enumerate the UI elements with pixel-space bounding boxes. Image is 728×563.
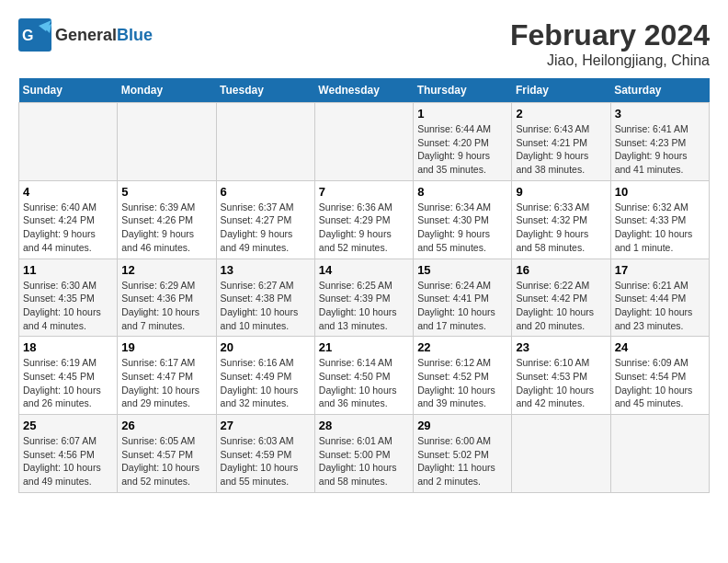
day-info: Sunrise: 6:07 AM Sunset: 4:56 PM Dayligh… [23,434,113,488]
day-info: Sunrise: 6:12 AM Sunset: 4:52 PM Dayligh… [417,356,507,410]
day-info: Sunrise: 6:30 AM Sunset: 4:35 PM Dayligh… [23,279,113,333]
calendar-week-row: 4Sunrise: 6:40 AM Sunset: 4:24 PM Daylig… [19,180,710,259]
day-info: Sunrise: 6:21 AM Sunset: 4:44 PM Dayligh… [615,279,705,333]
calendar-week-row: 11Sunrise: 6:30 AM Sunset: 4:35 PM Dayli… [19,259,710,337]
calendar-day-10: 10Sunrise: 6:32 AM Sunset: 4:33 PM Dayli… [610,180,709,259]
page-header: G GeneralBlue February 2024 Jiao, Heilon… [18,18,710,69]
day-number: 23 [516,340,606,354]
day-number: 5 [121,185,211,199]
day-info: Sunrise: 6:41 AM Sunset: 4:23 PM Dayligh… [615,122,705,177]
calendar-day-17: 17Sunrise: 6:21 AM Sunset: 4:44 PM Dayli… [610,259,709,337]
day-info: Sunrise: 6:39 AM Sunset: 4:26 PM Dayligh… [121,201,211,255]
day-info: Sunrise: 6:29 AM Sunset: 4:36 PM Dayligh… [121,279,211,333]
empty-cell [19,103,118,181]
calendar-body: 1Sunrise: 6:44 AM Sunset: 4:20 PM Daylig… [19,103,710,493]
day-header-monday: Monday [118,78,216,103]
calendar-day-28: 28Sunrise: 6:01 AM Sunset: 5:00 PM Dayli… [314,415,413,493]
calendar-day-14: 14Sunrise: 6:25 AM Sunset: 4:39 PM Dayli… [314,259,413,337]
day-info: Sunrise: 6:09 AM Sunset: 4:54 PM Dayligh… [615,356,705,410]
day-info: Sunrise: 6:03 AM Sunset: 4:59 PM Dayligh… [221,434,311,488]
day-number: 20 [221,340,311,354]
day-number: 25 [23,419,113,432]
empty-cell [610,415,709,493]
calendar-day-3: 3Sunrise: 6:41 AM Sunset: 4:23 PM Daylig… [610,103,709,181]
empty-cell [118,103,216,181]
day-info: Sunrise: 6:33 AM Sunset: 4:32 PM Dayligh… [516,201,606,255]
calendar-day-23: 23Sunrise: 6:10 AM Sunset: 4:53 PM Dayli… [512,337,610,415]
day-number: 10 [615,185,705,199]
day-info: Sunrise: 6:25 AM Sunset: 4:39 PM Dayligh… [319,279,409,333]
empty-cell [512,415,610,493]
day-number: 1 [417,107,507,121]
calendar-day-13: 13Sunrise: 6:27 AM Sunset: 4:38 PM Dayli… [216,259,314,337]
day-number: 17 [615,263,705,277]
calendar-day-27: 27Sunrise: 6:03 AM Sunset: 4:59 PM Dayli… [216,415,314,493]
calendar-week-row: 25Sunrise: 6:07 AM Sunset: 4:56 PM Dayli… [19,415,710,493]
day-header-tuesday: Tuesday [216,78,314,103]
logo-general-text: General [55,26,117,44]
day-number: 4 [23,185,113,199]
day-info: Sunrise: 6:01 AM Sunset: 5:00 PM Dayligh… [319,434,409,488]
calendar-day-22: 22Sunrise: 6:12 AM Sunset: 4:52 PM Dayli… [414,337,512,415]
day-number: 24 [615,340,705,354]
day-info: Sunrise: 6:10 AM Sunset: 4:53 PM Dayligh… [516,356,606,410]
day-header-sunday: Sunday [19,78,118,103]
calendar-day-12: 12Sunrise: 6:29 AM Sunset: 4:36 PM Dayli… [118,259,216,337]
day-number: 2 [516,107,606,121]
logo-icon: G [18,18,51,52]
day-info: Sunrise: 6:19 AM Sunset: 4:45 PM Dayligh… [23,356,113,410]
day-header-saturday: Saturday [610,78,709,103]
calendar-day-8: 8Sunrise: 6:34 AM Sunset: 4:30 PM Daylig… [414,180,512,259]
calendar-day-7: 7Sunrise: 6:36 AM Sunset: 4:29 PM Daylig… [314,180,413,259]
calendar-day-15: 15Sunrise: 6:24 AM Sunset: 4:41 PM Dayli… [414,259,512,337]
day-number: 13 [221,263,311,277]
day-number: 21 [319,340,409,354]
page-subtitle: Jiao, Heilongjiang, China [510,52,710,69]
day-header-thursday: Thursday [414,78,512,103]
day-number: 28 [319,419,409,432]
calendar-table: SundayMondayTuesdayWednesdayThursdayFrid… [18,78,710,493]
day-info: Sunrise: 6:17 AM Sunset: 4:47 PM Dayligh… [121,356,211,410]
day-info: Sunrise: 6:16 AM Sunset: 4:49 PM Dayligh… [221,356,311,410]
calendar-day-11: 11Sunrise: 6:30 AM Sunset: 4:35 PM Dayli… [19,259,118,337]
day-info: Sunrise: 6:24 AM Sunset: 4:41 PM Dayligh… [417,279,507,333]
title-block: February 2024 Jiao, Heilongjiang, China [510,18,710,69]
calendar-day-16: 16Sunrise: 6:22 AM Sunset: 4:42 PM Dayli… [512,259,610,337]
day-number: 8 [417,185,507,199]
calendar-day-24: 24Sunrise: 6:09 AM Sunset: 4:54 PM Dayli… [610,337,709,415]
day-number: 12 [121,263,211,277]
day-number: 22 [417,340,507,354]
empty-cell [216,103,314,181]
calendar-day-19: 19Sunrise: 6:17 AM Sunset: 4:47 PM Dayli… [118,337,216,415]
calendar-day-9: 9Sunrise: 6:33 AM Sunset: 4:32 PM Daylig… [512,180,610,259]
day-info: Sunrise: 6:27 AM Sunset: 4:38 PM Dayligh… [221,279,311,333]
day-number: 26 [121,419,211,432]
day-info: Sunrise: 6:32 AM Sunset: 4:33 PM Dayligh… [615,201,705,255]
day-number: 19 [121,340,211,354]
day-header-wednesday: Wednesday [314,78,413,103]
day-number: 18 [23,340,113,354]
page-title: February 2024 [510,18,710,52]
day-info: Sunrise: 6:05 AM Sunset: 4:57 PM Dayligh… [121,434,211,488]
calendar-day-1: 1Sunrise: 6:44 AM Sunset: 4:20 PM Daylig… [414,103,512,181]
day-info: Sunrise: 6:43 AM Sunset: 4:21 PM Dayligh… [516,122,606,177]
day-number: 6 [221,185,311,199]
calendar-day-2: 2Sunrise: 6:43 AM Sunset: 4:21 PM Daylig… [512,103,610,181]
day-header-friday: Friday [512,78,610,103]
calendar-day-26: 26Sunrise: 6:05 AM Sunset: 4:57 PM Dayli… [118,415,216,493]
day-number: 15 [417,263,507,277]
day-info: Sunrise: 6:34 AM Sunset: 4:30 PM Dayligh… [417,201,507,255]
day-info: Sunrise: 6:00 AM Sunset: 5:02 PM Dayligh… [417,434,507,488]
day-number: 3 [615,107,705,121]
day-number: 29 [417,419,507,432]
day-number: 14 [319,263,409,277]
calendar-day-18: 18Sunrise: 6:19 AM Sunset: 4:45 PM Dayli… [19,337,118,415]
day-number: 7 [319,185,409,199]
calendar-week-row: 18Sunrise: 6:19 AM Sunset: 4:45 PM Dayli… [19,337,710,415]
day-number: 16 [516,263,606,277]
calendar-day-29: 29Sunrise: 6:00 AM Sunset: 5:02 PM Dayli… [414,415,512,493]
day-number: 11 [23,263,113,277]
svg-text:G: G [22,28,33,43]
calendar-day-5: 5Sunrise: 6:39 AM Sunset: 4:26 PM Daylig… [118,180,216,259]
day-info: Sunrise: 6:37 AM Sunset: 4:27 PM Dayligh… [221,201,311,255]
